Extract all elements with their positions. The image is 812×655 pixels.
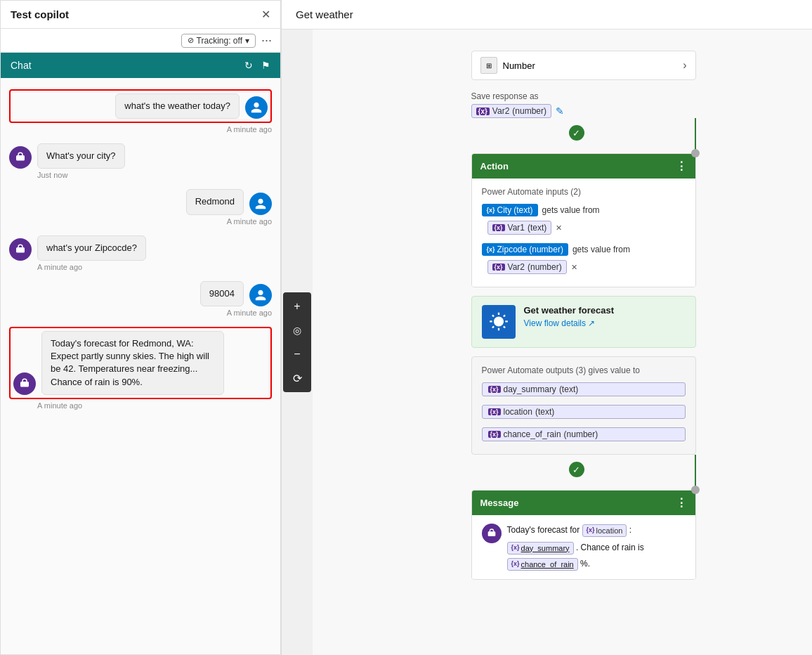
number-node: ⊞ Number › (471, 51, 696, 80)
pa-input-var-row-1: {x} Var1 (text) ✕ (482, 221, 686, 235)
gets-value-text-2: gets value from (572, 245, 630, 254)
action-header-label: Action (480, 161, 509, 171)
timestamp-1: A minute ago (227, 125, 272, 134)
save-response-section: Save response as {x} Var2 (number) ✎ (471, 80, 696, 118)
bot-bubble-3: Today's forecast for Redmond, WA: Expect… (41, 331, 224, 395)
user-avatar-2 (249, 193, 272, 215)
right-header: Get weather (282, 0, 812, 30)
message-text-area: Today's forecast for {x} location : (507, 524, 686, 571)
var2-chip: {x} Var2 (number) (471, 104, 552, 118)
user-message-row-2: Redmond (9, 189, 272, 214)
cor-var-icon: {x} (488, 431, 501, 438)
user-bubble-2: Redmond (186, 189, 244, 214)
more-options-icon[interactable]: ··· (261, 33, 272, 48)
chevron-down-icon: ▾ (245, 36, 249, 46)
message-line-1: Today's forecast for {x} location : (507, 524, 686, 537)
outputs-section: Power Automate outputs (3) gives value t… (471, 356, 696, 455)
message-group-3: Redmond A minute ago (9, 189, 272, 225)
output-chance-of-rain: {x} chance_of_rain (number) (482, 427, 686, 441)
connector-2: ✓ (583, 455, 584, 490)
zoom-target-button[interactable]: ◎ (286, 319, 308, 342)
pa-input-row-1: {x} City (text) gets value from (482, 204, 686, 216)
view-flow-link[interactable]: View flow details ↗ (524, 318, 686, 328)
chevron-right-icon[interactable]: › (683, 59, 686, 72)
location-var-inline: {x} location (582, 524, 627, 538)
var-icon: {x} (476, 108, 490, 115)
left-header: Test copilot ✕ (1, 1, 280, 29)
zipcode-var-icon: {x} (487, 246, 495, 253)
output-day-summary: {x} day_summary (text) (482, 382, 686, 396)
bot-message-row-2: what's your Zipcocde? (9, 235, 272, 261)
message-group-1: what's the weather today? A minute ago (9, 89, 272, 134)
timestamp-6: A minute ago (37, 401, 82, 410)
bot-message-row-3: Today's forecast for Redmond, WA: Expect… (13, 331, 268, 395)
external-link-icon: ↗ (588, 318, 595, 328)
flow-container: ⊞ Number › Save response as {x} Var2 (nu… (327, 44, 798, 588)
pa-input-row-2: {x} Zipcode (number) gets value from (482, 243, 686, 256)
left-toolbar: ⊘ Tracking: off ▾ ··· (1, 29, 280, 53)
timestamp-4: A minute ago (37, 263, 82, 271)
zoom-in-button[interactable]: + (286, 295, 308, 318)
edit-icon[interactable]: ✎ (556, 105, 564, 117)
action-more-icon[interactable]: ⋮ (676, 160, 687, 173)
history-button[interactable]: ⟳ (286, 367, 308, 389)
message-node: Message ⋮ Today's forecast for (471, 490, 696, 580)
weather-card: Get weather forecast View flow details ↗ (471, 296, 696, 348)
action-node-header: Action ⋮ (472, 154, 695, 179)
tracking-icon: ⊘ (188, 36, 194, 45)
highlighted-message-1: what's the weather today? (9, 89, 272, 123)
message-group-4: what's your Zipcocde? A minute ago (9, 235, 272, 271)
bot-bubble-1: What's your city? (37, 143, 125, 169)
message-node-body: Today's forecast for {x} location : (472, 515, 695, 579)
save-response-row: {x} Var2 (number) ✎ (471, 104, 696, 118)
weather-card-title: Get weather forecast (524, 305, 686, 316)
message-group-6: Today's forecast for Redmond, WA: Expect… (9, 327, 272, 410)
number-node-left: ⊞ Number (480, 57, 535, 74)
left-panel: Test copilot ✕ ⊘ Tracking: off ▾ ··· Cha… (0, 0, 281, 655)
loc-var-icon: {x} (488, 408, 501, 415)
weather-icon-box (482, 305, 516, 339)
canvas-area: ⊞ Number › Save response as {x} Var2 (nu… (313, 30, 812, 655)
message-header-label: Message (480, 498, 519, 508)
tracking-badge[interactable]: ⊘ Tracking: off ▾ (181, 34, 256, 48)
message-row: Today's forecast for {x} location : (482, 524, 686, 571)
zoom-controls-bar: + ◎ − ⟳ (282, 30, 313, 655)
check-circle-1: ✓ (569, 125, 584, 141)
user-message-row-3: 98004 (9, 281, 272, 306)
chance-of-rain-var-inline: {x} chance_of_rain (507, 558, 578, 571)
user-avatar-3 (249, 284, 272, 306)
chat-header-actions: ↻ ⚑ (244, 60, 270, 71)
message-more-icon[interactable]: ⋮ (676, 496, 687, 510)
var2-icon: {x} (492, 264, 505, 271)
gets-value-text-1: gets value from (542, 205, 600, 215)
bot-message-row-1: What's your city? (9, 143, 272, 169)
zipcode-chip: {x} Zipcode (number) (482, 243, 568, 256)
remove-var2-button[interactable]: ✕ (571, 263, 577, 272)
flag-icon[interactable]: ⚑ (261, 60, 270, 71)
outputs-label: Power Automate outputs (3) gives value t… (482, 365, 686, 375)
pa-input-var-row-2: {x} Var2 (number) ✕ (482, 260, 686, 274)
city-var-icon: {x} (487, 207, 495, 214)
msg-bot-icon (482, 524, 502, 543)
action-node: Action ⋮ Power Automate inputs (2) {x} C… (471, 153, 696, 287)
remove-var1-button[interactable]: ✕ (556, 223, 562, 233)
refresh-icon[interactable]: ↻ (244, 60, 253, 71)
bot-avatar-2 (9, 238, 32, 261)
user-bubble-1: what's the weather today? (115, 93, 240, 119)
bot-avatar-1 (9, 146, 32, 169)
close-icon[interactable]: ✕ (261, 8, 270, 21)
highlighted-message-2: Today's forecast for Redmond, WA: Expect… (9, 327, 272, 399)
user-bubble-3: 98004 (200, 281, 244, 306)
weather-card-content: Get weather forecast View flow details ↗ (524, 305, 686, 328)
outputs-list: {x} day_summary (text) {x} location (tex… (482, 382, 686, 446)
right-content: + ◎ − ⟳ ⊞ Number › Save response (282, 30, 812, 655)
zoom-out-button[interactable]: − (286, 343, 308, 365)
right-panel: Get weather + ◎ − ⟳ ⊞ Number › (281, 0, 812, 655)
message-node-header: Message ⋮ (472, 491, 695, 515)
check-circle-2: ✓ (569, 462, 584, 477)
ds-var-icon: {x} (488, 386, 501, 393)
output-location: {x} location (text) (482, 405, 686, 419)
bot-bubble-2: what's your Zipcocde? (37, 235, 146, 261)
chat-header: Chat ↻ ⚑ (1, 53, 280, 78)
city-chip: {x} City (text) (482, 204, 538, 216)
